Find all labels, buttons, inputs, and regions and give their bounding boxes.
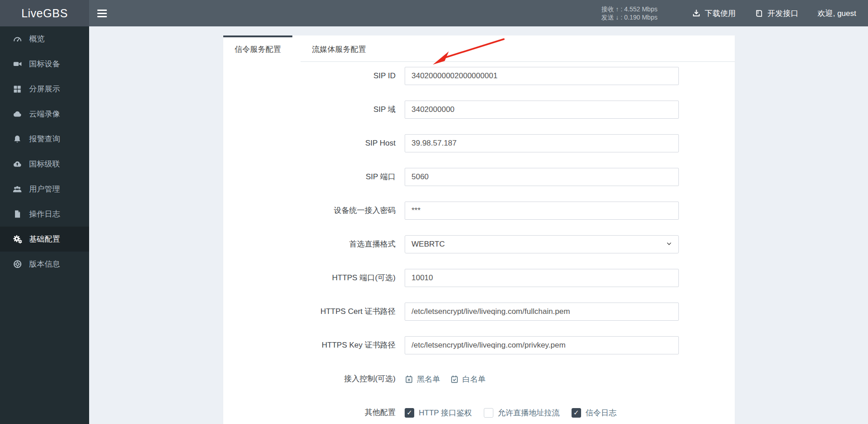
user-welcome-menu[interactable]: 欢迎, guest bbox=[818, 8, 856, 19]
sidebar-item-gb-cascade[interactable]: 国标级联 bbox=[0, 151, 89, 177]
blacklist-link[interactable]: 黑名单 bbox=[405, 374, 440, 384]
download-icon bbox=[692, 9, 701, 18]
sidebar-item-split-screen[interactable]: 分屏展示 bbox=[0, 76, 89, 101]
checkbox-checked-icon: ✓ bbox=[572, 408, 581, 418]
form-row-sip-domain: SIP 域 bbox=[223, 101, 735, 119]
sip-port-input[interactable] bbox=[405, 168, 679, 186]
selected-option: WEBRTC bbox=[411, 240, 445, 249]
sip-port-label: SIP 端口 bbox=[223, 168, 405, 186]
calendar-x-icon bbox=[405, 375, 413, 384]
whitelist-link[interactable]: 白名单 bbox=[450, 374, 486, 384]
sip-domain-input[interactable] bbox=[405, 101, 679, 119]
up-arrow-icon: ↑ bbox=[616, 5, 619, 13]
app-logo[interactable]: LiveGBS bbox=[0, 0, 89, 26]
sidebar-item-user-management[interactable]: 用户管理 bbox=[0, 177, 89, 202]
gears-icon bbox=[12, 234, 23, 244]
preferred-live-format-select[interactable]: WEBRTC bbox=[405, 235, 679, 253]
top-navbar: LiveGBS 接收 ↑ : 4.552 Mbps 发送 ↓ : 0.190 M… bbox=[0, 0, 868, 26]
navbar-right: 接收 ↑ : 4.552 Mbps 发送 ↓ : 0.190 Mbps 下载使用 bbox=[601, 0, 868, 26]
checkbox-checked-icon: ✓ bbox=[405, 408, 414, 418]
form-row-https-key-path: HTTPS Key 证书路径 bbox=[223, 336, 735, 354]
device-password-label: 设备统一接入密码 bbox=[223, 202, 405, 220]
sidebar-item-version-info[interactable]: 版本信息 bbox=[0, 252, 89, 277]
calendar-check-icon bbox=[450, 375, 459, 384]
api-docs-link[interactable]: 开发接口 bbox=[755, 8, 798, 19]
https-port-input[interactable] bbox=[405, 269, 679, 287]
tab-media-service-config[interactable]: 流媒体服务配置 bbox=[301, 35, 377, 62]
form-row-sip-id: SIP ID bbox=[223, 67, 735, 85]
users-icon bbox=[12, 184, 23, 194]
form-row-https-cert-path: HTTPS Cert 证书路径 bbox=[223, 303, 735, 321]
sip-id-label: SIP ID bbox=[223, 67, 405, 85]
video-camera-icon bbox=[12, 59, 23, 69]
chevron-down-icon bbox=[666, 240, 672, 249]
sip-id-input[interactable] bbox=[405, 67, 679, 85]
sidebar-item-operation-logs[interactable]: 操作日志 bbox=[0, 202, 89, 227]
signal-config-form: SIP ID SIP 域 SIP Host SIP 端口 设备统一接入密码 首选 bbox=[223, 62, 735, 422]
https-key-path-input[interactable] bbox=[405, 336, 679, 354]
main-content: 信令服务配置 流媒体服务配置 SIP ID SIP 域 SIP Host SIP… bbox=[89, 26, 868, 424]
http-api-auth-checkbox[interactable]: ✓ HTTP 接口鉴权 bbox=[405, 408, 472, 418]
send-stat: 发送 ↓ : 0.190 Mbps bbox=[601, 13, 657, 21]
download-link[interactable]: 下载使用 bbox=[692, 8, 736, 19]
hamburger-icon bbox=[97, 10, 107, 11]
allow-live-pull-checkbox[interactable]: ✓ 允许直播地址拉流 bbox=[484, 408, 560, 418]
access-control-label: 接入控制(可选) bbox=[223, 370, 405, 388]
https-port-label: HTTPS 端口(可选) bbox=[223, 269, 405, 287]
sidebar-item-alarm-query[interactable]: 报警查询 bbox=[0, 126, 89, 151]
config-tabs: 信令服务配置 流媒体服务配置 bbox=[223, 35, 735, 62]
grid-icon bbox=[12, 85, 23, 94]
tab-signal-service-config[interactable]: 信令服务配置 bbox=[223, 35, 292, 62]
sip-domain-label: SIP 域 bbox=[223, 101, 405, 119]
cloud-upload-icon bbox=[12, 159, 23, 169]
https-cert-path-label: HTTPS Cert 证书路径 bbox=[223, 303, 405, 321]
tabbar-filler bbox=[377, 35, 735, 62]
cloud-icon bbox=[12, 109, 23, 119]
sidebar-item-gb-devices[interactable]: 国标设备 bbox=[0, 51, 89, 76]
sidebar-item-overview[interactable]: 概览 bbox=[0, 26, 89, 51]
down-arrow-icon: ↓ bbox=[616, 14, 619, 21]
version-ring-icon bbox=[12, 259, 23, 269]
preferred-live-format-label: 首选直播格式 bbox=[223, 235, 405, 253]
form-row-https-port: HTTPS 端口(可选) bbox=[223, 269, 735, 287]
form-row-access-control: 接入控制(可选) 黑名单 bbox=[223, 370, 735, 388]
recv-stat: 接收 ↑ : 4.552 Mbps bbox=[601, 5, 657, 13]
checkbox-unchecked-icon: ✓ bbox=[484, 408, 493, 418]
sidebar-item-basic-config[interactable]: 基础配置 bbox=[0, 227, 89, 252]
other-config-label: 其他配置 bbox=[223, 404, 405, 422]
https-cert-path-input[interactable] bbox=[405, 303, 679, 321]
file-icon bbox=[12, 210, 23, 218]
config-card: 信令服务配置 流媒体服务配置 SIP ID SIP 域 SIP Host SIP… bbox=[223, 35, 735, 424]
form-row-other-config: 其他配置 ✓ HTTP 接口鉴权 ✓ 允许直播地址拉流 ✓ 信令日志 bbox=[223, 404, 735, 422]
form-row-sip-host: SIP Host bbox=[223, 134, 735, 152]
book-icon bbox=[755, 9, 763, 18]
bell-icon bbox=[12, 135, 23, 144]
form-row-sip-port: SIP 端口 bbox=[223, 168, 735, 186]
sip-host-input[interactable] bbox=[405, 134, 679, 152]
sip-host-label: SIP Host bbox=[223, 134, 405, 152]
form-row-device-password: 设备统一接入密码 bbox=[223, 202, 735, 220]
dashboard-icon bbox=[12, 34, 23, 44]
sidebar-toggle-button[interactable] bbox=[89, 0, 115, 26]
https-key-path-label: HTTPS Key 证书路径 bbox=[223, 336, 405, 354]
signal-log-checkbox[interactable]: ✓ 信令日志 bbox=[572, 408, 617, 418]
sidebar-nav: 概览 国标设备 分屏展示 云端录像 bbox=[0, 26, 89, 424]
sidebar-item-cloud-recording[interactable]: 云端录像 bbox=[0, 101, 89, 126]
form-row-preferred-live-format: 首选直播格式 WEBRTC bbox=[223, 235, 735, 253]
device-password-input[interactable] bbox=[405, 202, 679, 220]
network-stats: 接收 ↑ : 4.552 Mbps 发送 ↓ : 0.190 Mbps bbox=[601, 5, 657, 21]
